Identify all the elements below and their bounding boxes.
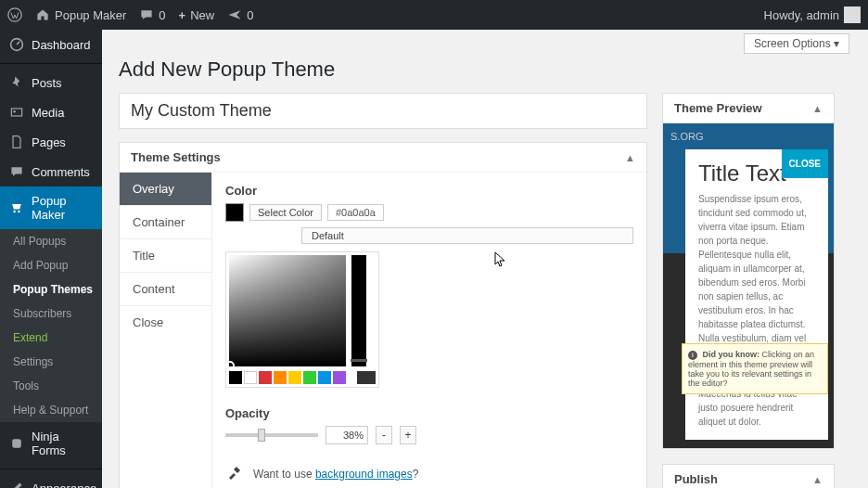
dashboard-icon — [9, 37, 24, 52]
site-name-label: Popup Maker — [55, 8, 126, 22]
preview-canvas: S.ORG CLOSE Title Text Suspendisse ipsum… — [663, 123, 834, 448]
sidebar-sub-settings[interactable]: Settings — [0, 350, 102, 374]
theme-settings-heading-label: Theme Settings — [131, 150, 221, 164]
info-icon: i — [688, 351, 697, 360]
svg-point-3 — [13, 110, 15, 112]
bgimg-link[interactable]: background images — [315, 468, 413, 481]
sidebar-media-label: Media — [32, 106, 64, 120]
svg-rect-6 — [12, 439, 21, 448]
sidebar-ninja-label: Ninja Forms — [32, 430, 93, 457]
sidebar-sub-all-popups[interactable]: All Popups — [0, 229, 102, 253]
preset-green[interactable] — [303, 371, 316, 384]
color-default-button[interactable]: Default — [301, 227, 633, 244]
preview-tip-label: Did you know: — [703, 350, 760, 359]
comment-icon — [9, 164, 24, 179]
preset-red[interactable] — [259, 371, 272, 384]
preset-white[interactable] — [244, 371, 257, 384]
picker-handle[interactable] — [225, 361, 235, 370]
sidebar-dashboard[interactable]: Dashboard — [0, 30, 102, 59]
publish-heading-label: Publish — [674, 472, 718, 486]
sidebar-posts-label: Posts — [32, 76, 62, 90]
cart-icon — [9, 200, 24, 215]
sidebar-sub-subscribers[interactable]: Subscribers — [0, 302, 102, 326]
tools-icon — [225, 463, 244, 484]
saturation-value-area[interactable] — [229, 255, 346, 366]
site-name-link[interactable]: Popup Maker — [35, 7, 126, 22]
theme-settings-box: Theme Settings ▲ Overlay Container Title… — [119, 142, 647, 488]
settings-tabs: Overlay Container Title Content Close — [120, 173, 212, 488]
preview-heading-label: Theme Preview — [674, 101, 762, 115]
new-label: New — [190, 8, 214, 22]
tab-overlay[interactable]: Overlay — [120, 173, 211, 206]
sidebar-appearance[interactable]: Appearance — [0, 473, 102, 488]
preset-orange[interactable] — [274, 371, 287, 384]
preset-blue[interactable] — [318, 371, 331, 384]
preset-black[interactable] — [229, 371, 242, 384]
sidebar-popup-maker-label: Popup Maker — [32, 194, 93, 222]
preset-purple[interactable] — [333, 371, 346, 384]
preview-heading[interactable]: Theme Preview ▲ — [663, 94, 834, 123]
theme-settings-heading[interactable]: Theme Settings ▲ — [120, 143, 646, 173]
media-icon — [9, 105, 24, 120]
sidebar-sub-popup-themes[interactable]: Popup Themes — [0, 277, 102, 302]
new-link[interactable]: + New — [179, 8, 215, 22]
home-icon — [35, 7, 50, 22]
wordpress-icon — [7, 7, 22, 22]
sidebar-popup-maker[interactable]: Popup Maker — [0, 186, 102, 229]
sidebar-sub-extend[interactable]: Extend — [0, 326, 102, 350]
sidebar-ninja-forms[interactable]: Ninja Forms — [0, 422, 102, 465]
sidebar-dashboard-label: Dashboard — [32, 38, 91, 52]
comments-link[interactable]: 0 — [139, 7, 165, 22]
sidebar-posts[interactable]: Posts — [0, 68, 102, 97]
color-hex-output[interactable]: #0a0a0a — [327, 204, 384, 221]
wp-logo-menu[interactable] — [7, 7, 22, 22]
admin-sidebar: Dashboard Posts Media Pages Comments Pop… — [0, 30, 102, 488]
comments-count: 0 — [159, 8, 165, 22]
tab-title[interactable]: Title — [120, 239, 211, 273]
select-color-button[interactable]: Select Color — [249, 204, 322, 221]
airplane-icon — [227, 7, 242, 22]
opacity-decrement[interactable]: - — [376, 426, 392, 444]
hue-indicator[interactable] — [351, 359, 367, 362]
my-account-link[interactable]: Howdy, admin — [764, 6, 861, 23]
preset-custom[interactable] — [357, 371, 376, 384]
bgimg-suffix: ? — [413, 468, 419, 481]
slider-thumb[interactable] — [258, 429, 265, 442]
sidebar-appearance-label: Appearance — [32, 482, 96, 489]
tab-container[interactable]: Container — [120, 206, 211, 239]
preview-popup[interactable]: CLOSE Title Text Suspendisse ipsum eros,… — [685, 149, 828, 440]
color-swatch — [225, 203, 244, 222]
sidebar-comments[interactable]: Comments — [0, 157, 102, 186]
publish-heading[interactable]: Publish ▲ — [663, 465, 834, 488]
caret-up-icon: ▲ — [812, 103, 823, 114]
plus-icon: + — [179, 8, 186, 22]
preview-close-button[interactable]: CLOSE — [782, 149, 828, 178]
sidebar-sub-add-popup[interactable]: Add Popup — [0, 253, 102, 277]
sidebar-sub-tools[interactable]: Tools — [0, 374, 102, 398]
hue-bar[interactable] — [351, 255, 366, 366]
sidebar-media[interactable]: Media — [0, 97, 102, 127]
sidebar-pages[interactable]: Pages — [0, 127, 102, 157]
airplane-mode[interactable]: 0 — [227, 7, 253, 22]
tab-close[interactable]: Close — [120, 306, 211, 339]
opacity-label: Opacity — [225, 406, 633, 420]
theme-name-input[interactable]: My Custom Theme — [119, 93, 647, 129]
comment-icon — [139, 7, 154, 22]
sidebar-submenu: All Popups Add Popup Popup Themes Subscr… — [0, 229, 102, 422]
opacity-increment[interactable]: + — [400, 426, 416, 444]
opacity-value[interactable]: 38% — [326, 426, 368, 444]
color-presets — [229, 371, 376, 384]
page-icon — [9, 135, 24, 149]
screen-options-button[interactable]: Screen Options ▾ — [744, 33, 849, 54]
svg-rect-2 — [11, 109, 21, 116]
page-title: Add New Popup Theme — [119, 58, 849, 82]
caret-up-icon: ▲ — [625, 152, 635, 163]
tab-content[interactable]: Content — [120, 273, 211, 306]
preview-tip: i Did you know: Clicking on an element i… — [682, 343, 828, 394]
color-label: Color — [225, 184, 633, 198]
bgimg-prefix: Want to use — [253, 468, 315, 481]
ninja-icon — [9, 436, 24, 451]
sidebar-sub-help[interactable]: Help & Support — [0, 398, 102, 422]
preset-yellow[interactable] — [288, 371, 301, 384]
opacity-slider[interactable] — [225, 433, 318, 437]
